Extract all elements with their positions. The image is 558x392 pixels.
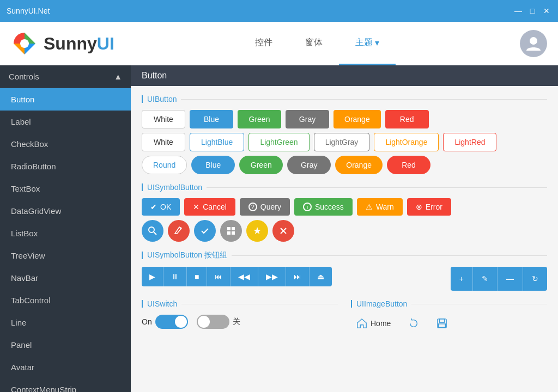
maximize-button[interactable]: □ [527, 6, 537, 16]
sidebar-item-listbox[interactable]: ListBox [0, 222, 131, 244]
home-image-button[interactable]: Home [351, 315, 396, 332]
btn-round-blue[interactable]: Blue [191, 156, 235, 174]
sidebar-item-label[interactable]: Label [0, 111, 131, 133]
sidebar-items: ButtonLabelCheckBoxRadioButtonTextBoxDat… [0, 88, 131, 392]
btn-light-blue[interactable]: LightBlue [190, 133, 244, 151]
sidebar-item-radiobutton[interactable]: RadioButton [0, 155, 131, 177]
search-circle-btn[interactable] [142, 220, 163, 242]
refresh-button[interactable]: ↻ [523, 267, 547, 291]
btn-green[interactable]: Green [238, 110, 281, 128]
uiimagebutton-section: UIImageButton Home [351, 299, 547, 332]
prev-start-button[interactable]: ⏮ [207, 267, 231, 286]
svg-point-0 [20, 39, 29, 48]
check-circle-btn[interactable] [194, 220, 216, 242]
btn-orange[interactable]: Orange [333, 110, 381, 128]
tab-theme[interactable]: 主题 ▾ [339, 22, 396, 65]
switch-off-label: 关 [233, 317, 240, 327]
close-circle-btn[interactable] [272, 220, 294, 242]
switch-on-track[interactable] [155, 315, 188, 329]
svg-point-1 [530, 37, 537, 45]
sidebar-item-contextmenustrip[interactable]: ContextMenuStrip [0, 378, 131, 392]
switch-off-track[interactable] [197, 315, 229, 329]
logo-sunny: Sunny [44, 34, 97, 53]
svg-rect-6 [232, 227, 235, 230]
bottom-sections: UISwitch On 关 [142, 299, 547, 332]
sidebar-item-avatar[interactable]: Avatar [0, 356, 131, 378]
x-icon: ✕ [193, 203, 199, 211]
btn-light-white[interactable]: White [142, 133, 185, 151]
btn-query[interactable]: ? Query [240, 198, 290, 216]
warning-icon: ⚠ [366, 203, 373, 211]
star-circle-btn[interactable]: ★ [246, 220, 268, 242]
edit-button[interactable]: ✎ [473, 267, 498, 291]
sidebar-item-navbar[interactable]: NavBar [0, 267, 131, 289]
content-header: Button [131, 65, 558, 86]
btn-light-green[interactable]: LightGreen [248, 133, 309, 151]
btn-cancel[interactable]: ✕ Cancel [184, 198, 235, 216]
delete-button[interactable]: — [498, 267, 523, 291]
close-button[interactable]: ✕ [542, 6, 551, 16]
pause-button[interactable]: ⏸ [163, 267, 187, 286]
sidebar-item-datagridview[interactable]: DataGridView [0, 200, 131, 222]
sidebar-item-textbox[interactable]: TextBox [0, 177, 131, 200]
uibutton-section: UIButton White Blue Green Gray Orange Re… [142, 95, 547, 174]
sidebar-item-panel[interactable]: Panel [0, 334, 131, 356]
uibutton-row3: Round Blue Green Gray Orange Red [142, 156, 547, 174]
symbol-btn-row2: ★ [142, 220, 547, 242]
grid-circle-btn[interactable] [220, 220, 242, 242]
btn-warn[interactable]: ⚠ Warn [357, 198, 403, 216]
btn-red[interactable]: Red [385, 110, 429, 128]
tab-controls[interactable]: 控件 [239, 22, 289, 65]
eject-button[interactable]: ⏏ [310, 267, 332, 286]
user-icon [525, 35, 542, 52]
header: SunnyUI 控件 窗体 主题 ▾ [0, 22, 558, 65]
play-button[interactable]: ▶ [142, 267, 163, 286]
btn-light-gray[interactable]: LightGray [314, 133, 370, 151]
tab-theme-label: 主题 ▾ [355, 37, 379, 48]
grid-icon [226, 226, 236, 236]
app-title: SunnyUI.Net [7, 7, 50, 15]
avatar[interactable] [520, 30, 547, 57]
btn-light-orange[interactable]: LightOrange [374, 133, 439, 151]
home-label: Home [371, 319, 391, 328]
btn-round-green[interactable]: Green [239, 156, 283, 174]
btn-error[interactable]: ⊗ Error [407, 198, 451, 216]
edit-circle-btn[interactable] [168, 220, 190, 242]
refresh-image-button[interactable] [403, 315, 424, 332]
page-title: Button [142, 71, 167, 80]
btn-round-red[interactable]: Red [387, 156, 430, 174]
switch-on: On [142, 315, 188, 329]
sidebar-item-checkbox[interactable]: CheckBox [0, 133, 131, 155]
stop-button[interactable]: ■ [187, 267, 207, 286]
sidebar-item-tabcontrol[interactable]: TabControl [0, 289, 131, 311]
btn-white[interactable]: White [142, 110, 185, 128]
sidebar-item-button[interactable]: Button [0, 88, 131, 111]
content: Button UIButton White Blue Green Gray Or… [131, 65, 558, 392]
check-icon [200, 226, 210, 236]
sidebar-item-treeview[interactable]: TreeView [0, 244, 131, 267]
minimize-button[interactable]: — [513, 6, 523, 16]
btn-ok[interactable]: ✔ OK [142, 198, 180, 216]
svg-rect-13 [439, 324, 446, 327]
uibutton-row2: White LightBlue LightGreen LightGray Lig… [142, 133, 547, 151]
chevron-down-icon: ▾ [375, 38, 379, 48]
btn-success[interactable]: i Success [294, 198, 353, 216]
btn-round-gray[interactable]: Gray [287, 156, 331, 174]
forward-button[interactable]: ▶▶ [258, 267, 286, 286]
btn-round-white[interactable]: Round [142, 156, 187, 174]
uiimagebutton-title: UIImageButton [351, 299, 547, 308]
rewind-button[interactable]: ◀◀ [231, 267, 258, 286]
btn-round-orange[interactable]: Orange [335, 156, 383, 174]
collapse-icon[interactable]: ▲ [114, 72, 122, 81]
btn-gray[interactable]: Gray [286, 110, 329, 128]
sidebar-item-line[interactable]: Line [0, 311, 131, 334]
btn-light-red[interactable]: LightRed [443, 133, 496, 151]
sidebar-title: Controls [9, 72, 39, 81]
btn-blue[interactable]: Blue [190, 110, 233, 128]
save-image-button[interactable] [431, 315, 453, 332]
add-button[interactable]: + [451, 267, 473, 291]
main-layout: Controls ▲ ButtonLabelCheckBoxRadioButto… [0, 65, 558, 392]
tab-window[interactable]: 窗体 [289, 22, 339, 65]
symbol-btn-row1: ✔ OK ✕ Cancel ? Query i Success ⚠ Warn [142, 198, 547, 216]
next-end-button[interactable]: ⏭ [286, 267, 310, 286]
